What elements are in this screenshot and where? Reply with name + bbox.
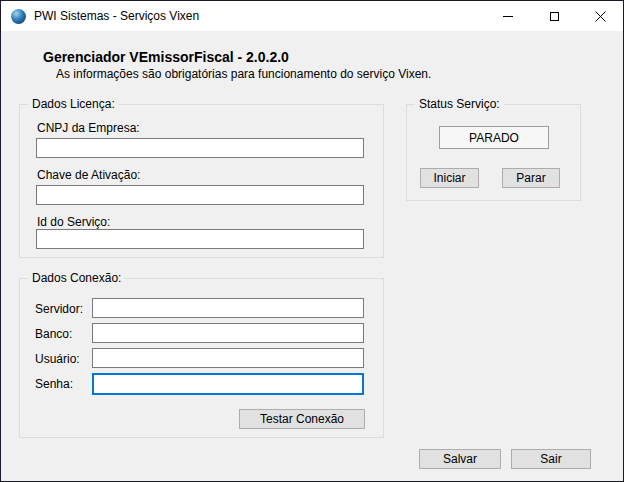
connection-group: Dados Conexão: Servidor: Banco: Usuário:… [19,278,384,438]
vixen-globe-icon [11,9,26,24]
caption-buttons [485,1,623,31]
cnpj-label: CNPJ da Empresa: [37,121,140,135]
service-id-label: Id do Serviço: [37,215,110,229]
server-input[interactable] [92,298,364,318]
password-input[interactable] [92,373,364,395]
license-group-title: Dados Licença: [28,97,119,111]
activation-key-label: Chave de Ativação: [37,168,140,182]
minimize-icon [503,16,513,17]
start-service-button[interactable]: Iniciar [420,168,479,188]
stop-service-button[interactable]: Parar [502,168,560,188]
user-label: Usuário: [35,352,80,366]
window-title: PWI Sistemas - Serviços Vixen [34,9,199,23]
service-status-group: Status Serviço: PARADO Iniciar Parar [406,104,581,201]
connection-group-title: Dados Conexão: [28,271,125,285]
database-label: Banco: [35,327,72,341]
activation-key-input[interactable] [36,185,364,205]
server-label: Servidor: [35,302,83,316]
titlebar: PWI Sistemas - Serviços Vixen [1,1,623,31]
service-id-input[interactable] [36,229,364,249]
database-input[interactable] [92,323,364,343]
user-input[interactable] [92,348,364,368]
app-window: PWI Sistemas - Serviços Vixen Gerenciado… [0,0,624,482]
close-icon [595,11,606,22]
license-group: Dados Licença: CNPJ da Empresa: Chave de… [19,104,384,258]
maximize-button[interactable] [531,1,577,31]
page-title: Gerenciador VEmissorFiscal - 2.0.2.0 [43,49,289,65]
password-label: Senha: [35,377,73,391]
exit-button[interactable]: Sair [511,449,591,469]
minimize-button[interactable] [485,1,531,31]
test-connection-button[interactable]: Testar Conexão [239,409,365,429]
maximize-icon [550,12,559,21]
status-group-title: Status Serviço: [415,97,504,111]
page-subtitle: As informações são obrigatórias para fun… [56,67,431,81]
cnpj-input[interactable] [36,138,364,158]
status-badge: PARADO [439,126,549,149]
save-button[interactable]: Salvar [419,449,501,469]
close-button[interactable] [577,1,623,31]
